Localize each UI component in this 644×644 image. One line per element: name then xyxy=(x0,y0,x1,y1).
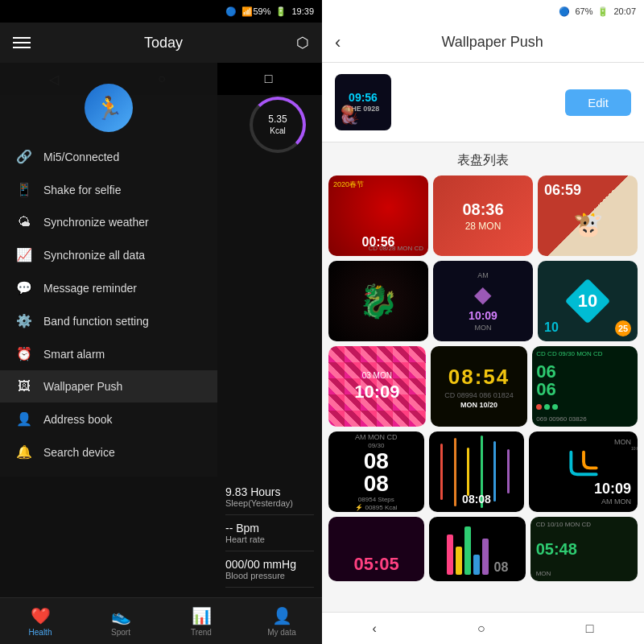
menu-label-wallpaper: Wallpaper Push xyxy=(43,380,122,393)
watch-face-dragon[interactable]: 🐉 xyxy=(328,261,428,341)
left-panel: 🔵 📶59% 🔋 19:39 Today ⬡ 🏃 🔗 Mi5/Connected… xyxy=(0,0,322,644)
person-icon: 👤 xyxy=(16,411,32,427)
right-recent-button[interactable]: □ xyxy=(570,618,610,639)
nav-sport[interactable]: 👟 Sport xyxy=(80,606,161,637)
menu-item-alarm[interactable]: ⏰ Smart alarm xyxy=(0,337,217,370)
nav-trend[interactable]: 📊 Trend xyxy=(161,606,242,637)
blood-value: 000/00 mmHg xyxy=(225,558,314,571)
bottom-nav: ❤️ Health 👟 Sport 📊 Trend 👤 My data xyxy=(0,597,322,644)
dragon-icon: 🐉 xyxy=(358,283,398,320)
chart-icon: 📈 xyxy=(16,247,32,262)
watch-face-fireworks[interactable]: 2020春节 00:56 CD 08/28 MON CD xyxy=(328,175,428,256)
right-battery-icon: 🔋 xyxy=(597,6,609,17)
link-icon: 🔗 xyxy=(16,149,32,164)
shoe-icon: 👟 xyxy=(111,606,131,625)
watch-face-row-1: 2020春节 00:56 CD 08/28 MON CD 08:36 28 MO… xyxy=(328,175,638,256)
nav-health[interactable]: ❤️ Health xyxy=(0,606,80,637)
weather-icon: 🌤 xyxy=(16,215,32,229)
blood-label: Blood pressure xyxy=(225,571,314,580)
watch-face-row-2: 🐉 AM ◆ 10:09 MON 10 25 10 xyxy=(328,261,638,341)
right-bluetooth-icon: 🔵 xyxy=(559,6,570,17)
watch-face-row-4: AM MON CD 09/30 0808 08954 Steps ⚡ 00895… xyxy=(328,431,638,512)
calorie-circle: 5.35Kcal xyxy=(250,97,306,153)
phone-icon: 📱 xyxy=(16,182,32,197)
heart-stat: -- Bpm Heart rate xyxy=(225,515,314,551)
gear-icon: ⚙️ xyxy=(16,313,32,328)
menu-item-address[interactable]: 👤 Address book xyxy=(0,402,217,436)
watch-face-yellow-digital[interactable]: 08:54 CD 08994 086 01824 MON 10/20 xyxy=(431,346,528,427)
trend-icon: 📊 xyxy=(192,606,212,625)
left-time: 19:39 xyxy=(291,6,314,16)
watch-face-red08[interactable]: 08:36 28 MON xyxy=(433,175,533,256)
menu-item-syncdata[interactable]: 📈 Synchronize all data xyxy=(0,238,217,271)
sleep-label: Sleep(Yesterday) xyxy=(225,498,314,508)
nav-sport-label: Sport xyxy=(111,628,130,637)
watch-face-pink0505[interactable]: 05:05 xyxy=(328,517,424,581)
menu-label-alarm: Smart alarm xyxy=(43,348,105,361)
bell-icon: 🔔 xyxy=(16,444,32,460)
side-menu: 🏃 🔗 Mi5/Connected 📱 Shake for selfie 🌤 S… xyxy=(0,63,217,477)
watch-face-chinese-red[interactable]: 06:59 🐮 xyxy=(538,175,638,256)
menu-label-address: Address book xyxy=(43,413,113,426)
wallpaper-grid: 2020春节 00:56 CD 08/28 MON CD 08:36 28 MO… xyxy=(322,175,644,612)
menu-label-selfie: Shake for selfie xyxy=(43,184,122,196)
user-avatar: 🏃 xyxy=(0,71,217,140)
watch-face-multi08[interactable]: AM MON CD 09/30 0808 08954 Steps ⚡ 00895… xyxy=(328,431,424,512)
heart-icon: ❤️ xyxy=(31,606,51,625)
nav-trend-label: Trend xyxy=(191,628,212,637)
edit-button[interactable]: Edit xyxy=(565,89,631,116)
watch-face-neon-lines[interactable]: 08:08 xyxy=(429,431,525,512)
menu-label-syncdata: Synchronize all data xyxy=(43,249,145,262)
teal-badge: 25 xyxy=(615,320,631,336)
wallpaper-push-title: Wallpaper Push xyxy=(353,34,631,51)
menu-item-wallpaper[interactable]: 🖼 Wallpaper Push xyxy=(0,370,217,402)
chat-icon: 💬 xyxy=(16,280,32,295)
watch-preview: 🪼 09:56 THE 0928 Edit xyxy=(322,63,644,142)
right-system-nav: ‹ ○ □ xyxy=(322,612,644,644)
calorie-stat: 5.35Kcal xyxy=(250,97,306,153)
watch-face-purple-diamond[interactable]: AM ◆ 10:09 MON xyxy=(433,261,533,341)
nav-mydata[interactable]: 👤 My data xyxy=(242,606,322,637)
teal-number: 10 xyxy=(578,291,597,312)
right-time: 20:07 xyxy=(613,6,636,16)
menu-item-weather[interactable]: 🌤 Synchronize weather xyxy=(0,206,217,238)
recent-button[interactable]: □ xyxy=(249,68,289,89)
heart-label: Heart rate xyxy=(225,535,314,544)
pipe-svg xyxy=(559,446,608,481)
menu-label-search: Search device xyxy=(43,446,115,459)
user-icon: 👤 xyxy=(272,606,292,625)
watch-face-row-3: 03 MON 10:09 08:54 CD 08994 086 01824 MO… xyxy=(328,346,638,427)
menu-item-band[interactable]: ⚙️ Band function setting xyxy=(0,304,217,337)
nav-health-label: Health xyxy=(29,628,52,637)
right-back-button[interactable]: ‹ xyxy=(357,618,393,639)
back-chevron-icon[interactable]: ‹ xyxy=(335,32,341,53)
menu-label-weather: Synchronize weather xyxy=(43,216,149,229)
menu-item-mi5[interactable]: 🔗 Mi5/Connected xyxy=(0,140,217,173)
avatar-icon: 🏃 xyxy=(85,84,133,132)
jellyfish-icon: 🪼 xyxy=(338,105,360,126)
export-button[interactable]: ⬡ xyxy=(296,34,309,52)
watch-face-greenbars[interactable]: 08 xyxy=(429,517,525,581)
menu-label-mi5: Mi5/Connected xyxy=(43,151,119,163)
watch-face-green0548[interactable]: CD 10/10 MON CD 05:48 MON xyxy=(530,517,638,581)
menu-item-search[interactable]: 🔔 Search device xyxy=(0,436,217,469)
right-signal: 67% xyxy=(575,6,592,16)
watch-face-digital10[interactable]: MON 10:09 10:09 AM MON xyxy=(529,431,638,512)
menu-label-message: Message reminder xyxy=(43,282,137,295)
menu-label-band: Band function setting xyxy=(43,315,149,328)
sleep-stat: 9.83 Hours Sleep(Yesterday) xyxy=(225,479,314,515)
watch-face-row-5: 05:05 08 CD 10/10 MON CD 05:48 MON xyxy=(328,517,638,581)
left-battery-icon: 🔋 xyxy=(275,6,287,17)
menu-button[interactable] xyxy=(13,37,31,48)
watch-face-teal-x[interactable]: 10 25 10 xyxy=(538,261,638,341)
right-header: ‹ Wallpaper Push xyxy=(322,23,644,63)
right-panel: 🔵 67% 🔋 20:07 ‹ Wallpaper Push 🪼 09:56 T… xyxy=(322,0,644,644)
watch-face-green-06[interactable]: CD CD 09/30 MON CD 0606 069 00960 03826 xyxy=(532,346,638,427)
blood-stat: 000/00 mmHg Blood pressure xyxy=(225,551,314,588)
section-title: 表盘列表 xyxy=(322,142,644,175)
menu-item-selfie[interactable]: 📱 Shake for selfie xyxy=(0,173,217,206)
menu-item-message[interactable]: 💬 Message reminder xyxy=(0,271,217,304)
right-home-button[interactable]: ○ xyxy=(461,618,502,639)
heart-value: -- Bpm xyxy=(225,522,314,535)
watch-face-pink-mosaic[interactable]: 03 MON 10:09 xyxy=(328,346,426,427)
